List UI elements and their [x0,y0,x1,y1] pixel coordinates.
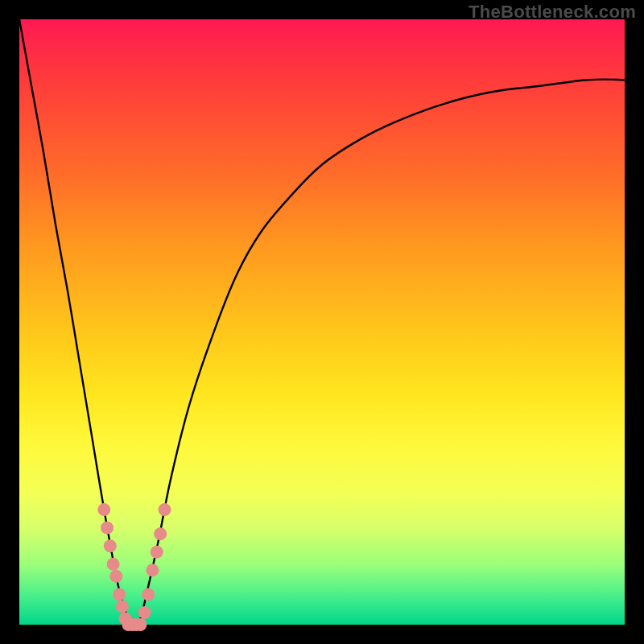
curve-marker [107,558,120,571]
curve-markers [97,503,171,631]
chart-plot-area [19,19,625,625]
curve-marker [101,522,114,535]
curve-marker [109,570,122,583]
curve-marker [104,539,117,552]
curve-marker [97,503,110,516]
curve-marker [142,588,155,601]
chart-frame: TheBottleneck.com [0,0,644,644]
bottleneck-curve-path [19,19,625,625]
curve-marker [158,503,171,516]
curve-marker [113,588,126,601]
curve-marker [116,600,129,613]
curve-marker [154,527,167,540]
curve-marker [146,564,159,576]
curve-marker [151,546,163,559]
curve-marker [138,606,151,619]
curve-marker [134,618,147,631]
bottleneck-curve-svg [19,19,625,625]
